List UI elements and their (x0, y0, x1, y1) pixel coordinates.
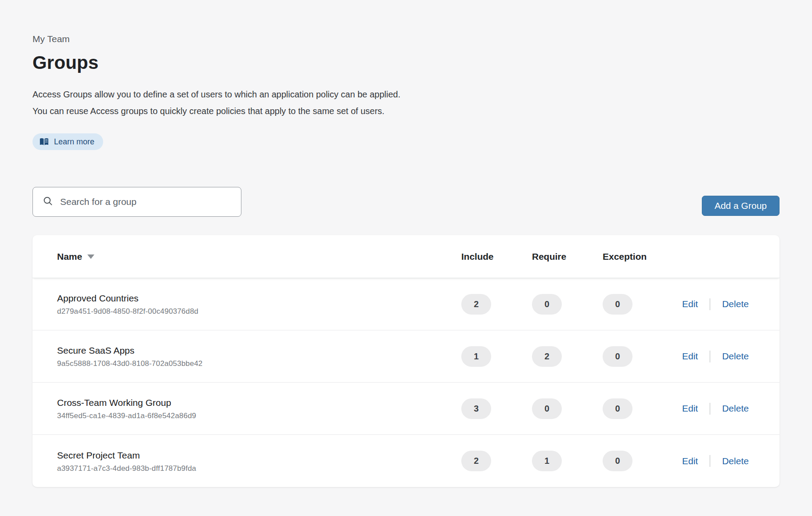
column-header-include: Include (461, 251, 532, 262)
delete-link[interactable]: Delete (722, 403, 749, 414)
include-cell: 2 (461, 451, 532, 471)
group-name: Cross-Team Working Group (57, 397, 461, 408)
require-cell: 1 (532, 451, 603, 471)
learn-more-button[interactable]: Learn more (32, 133, 103, 150)
add-group-button[interactable]: Add a Group (702, 196, 780, 216)
action-divider (710, 455, 710, 467)
group-name-cell: Secure SaaS Apps 9a5c5888-1708-43d0-8108… (57, 344, 461, 368)
search-input[interactable] (60, 197, 231, 207)
open-book-icon (40, 138, 49, 146)
table-row: Cross-Team Working Group 34ff5ed5-ca1e-4… (32, 383, 780, 435)
row-actions: Edit Delete (682, 455, 755, 467)
exception-count-badge: 0 (603, 346, 632, 367)
table-row: Secret Project Team a3937171-a7c3-4ded-9… (32, 435, 780, 487)
group-id: a3937171-a7c3-4ded-983b-dff1787b9fda (57, 464, 461, 473)
edit-link[interactable]: Edit (682, 299, 698, 309)
table-header: Name Include Require Exception (32, 235, 780, 278)
include-cell: 3 (461, 398, 532, 419)
group-name-cell: Cross-Team Working Group 34ff5ed5-ca1e-4… (57, 397, 461, 420)
edit-link[interactable]: Edit (682, 403, 698, 414)
group-name: Secret Project Team (57, 449, 461, 461)
action-divider (710, 351, 710, 362)
require-cell: 0 (532, 294, 603, 315)
delete-link[interactable]: Delete (722, 299, 749, 309)
exception-count-badge: 0 (603, 451, 632, 471)
include-count-badge: 2 (461, 294, 491, 315)
include-count-badge: 2 (461, 451, 491, 471)
group-name-cell: Approved Countries d279a451-9d08-4850-8f… (57, 292, 461, 316)
exception-cell: 0 (603, 398, 682, 419)
column-header-require: Require (532, 251, 603, 262)
name-column-label: Name (57, 251, 82, 262)
include-count-badge: 1 (461, 346, 491, 367)
delete-link[interactable]: Delete (722, 351, 749, 362)
caret-down-icon (87, 254, 94, 259)
search-icon (43, 196, 53, 208)
groups-table: Name Include Require Exception Approved … (32, 235, 780, 487)
require-count-badge: 1 (532, 451, 562, 471)
exception-cell: 0 (603, 346, 682, 367)
group-id: 34ff5ed5-ca1e-4839-ad1a-6f8e542a86d9 (57, 412, 461, 420)
require-cell: 2 (532, 346, 603, 367)
exception-cell: 0 (603, 451, 682, 471)
learn-more-label: Learn more (54, 137, 94, 147)
action-divider (710, 403, 710, 415)
include-cell: 2 (461, 294, 532, 315)
description-line-1: Access Groups allow you to define a set … (32, 86, 780, 103)
require-cell: 0 (532, 398, 603, 419)
edit-link[interactable]: Edit (682, 456, 698, 466)
include-count-badge: 3 (461, 398, 491, 419)
group-id: d279a451-9d08-4850-8f2f-00c490376d8d (57, 307, 461, 316)
toolbar: Add a Group (32, 187, 780, 217)
table-row: Approved Countries d279a451-9d08-4850-8f… (32, 278, 780, 330)
group-search-box (32, 187, 241, 217)
edit-link[interactable]: Edit (682, 351, 698, 362)
delete-link[interactable]: Delete (722, 456, 749, 466)
group-id: 9a5c5888-1708-43d0-8108-702a053bbe42 (57, 359, 461, 368)
table-row: Secure SaaS Apps 9a5c5888-1708-43d0-8108… (32, 330, 780, 383)
exception-count-badge: 0 (603, 294, 632, 315)
groups-page: My Team Groups Access Groups allow you t… (0, 33, 812, 487)
require-count-badge: 2 (532, 346, 562, 367)
exception-count-badge: 0 (603, 398, 632, 419)
column-header-name[interactable]: Name (57, 251, 94, 262)
breadcrumb: My Team (32, 33, 780, 45)
row-actions: Edit Delete (682, 403, 755, 415)
require-count-badge: 0 (532, 294, 562, 315)
action-divider (710, 298, 710, 310)
description-line-2: You can reuse Access groups to quickly c… (32, 103, 780, 119)
table-body: Approved Countries d279a451-9d08-4850-8f… (32, 278, 780, 487)
row-actions: Edit Delete (682, 298, 755, 310)
group-name: Secure SaaS Apps (57, 344, 461, 356)
include-cell: 1 (461, 346, 532, 367)
column-header-exception: Exception (603, 251, 682, 262)
group-name: Approved Countries (57, 292, 461, 304)
page-title: Groups (32, 52, 780, 74)
exception-cell: 0 (603, 294, 682, 315)
group-name-cell: Secret Project Team a3937171-a7c3-4ded-9… (57, 449, 461, 473)
page-description: Access Groups allow you to define a set … (32, 86, 780, 119)
require-count-badge: 0 (532, 398, 562, 419)
row-actions: Edit Delete (682, 351, 755, 362)
